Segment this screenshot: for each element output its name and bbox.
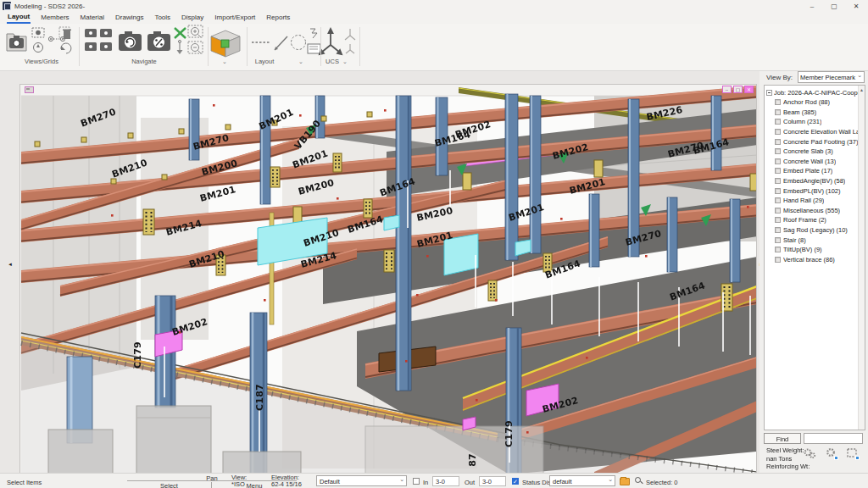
menu-item-display[interactable]: Display	[181, 13, 204, 23]
tree-root-job[interactable]: Job: 2026-AA-C-NIPAC-Cooperman-	[766, 87, 865, 97]
statusbar: Select Items Pan Select Menu View: *ISO …	[0, 473, 868, 488]
ucs-axes-icon[interactable]	[320, 29, 342, 54]
chevron-down-icon: ⌄	[399, 476, 404, 483]
bolt-tool-icon[interactable]	[310, 29, 317, 38]
tree-item-embedangle-bv-[interactable]: EmbedAngle(BV) (58)	[775, 176, 865, 186]
viewport-close-icon[interactable]: ✕	[744, 86, 754, 93]
collapse-left-icon[interactable]: ◄	[8, 262, 13, 267]
group-label-layout: Layout	[241, 58, 288, 65]
folder-icon[interactable]	[620, 478, 630, 485]
view-options-icon[interactable]	[32, 28, 44, 53]
tree-item-embed-plate[interactable]: Embed Plate (17)	[775, 166, 865, 176]
piecemark-tree[interactable]: Job: 2026-AA-C-NIPAC-Cooperman- Anchor R…	[764, 85, 865, 430]
status-display-checkbox[interactable]: ✓	[512, 478, 519, 485]
menu-item-tools[interactable]: Tools	[153, 13, 171, 23]
blue-badge	[834, 456, 838, 460]
viewport-window-icon[interactable]	[25, 86, 34, 93]
group-label-ucs: UCS	[320, 58, 344, 65]
zoom-out-icon[interactable]	[188, 42, 203, 53]
tree-item-anchor-rod[interactable]: Anchor Rod (88)	[775, 97, 865, 108]
elevation-dropdown-value: Default	[320, 478, 340, 485]
in-depth-field[interactable]: 3-0	[432, 476, 459, 486]
category-icon	[775, 148, 781, 154]
status-display-dropdown[interactable]: default ⌄	[549, 475, 615, 486]
close-button[interactable]: ✕	[851, 3, 861, 10]
minimize-button[interactable]: –	[807, 3, 817, 10]
model-3d-render[interactable]	[19, 84, 757, 474]
in-label: In	[423, 479, 428, 486]
perspective-camera-icon[interactable]	[147, 31, 170, 51]
model-viewport[interactable]: BM270BM210BM270BM200BM201BM214BM201VB190…	[19, 84, 757, 474]
elevation-indicator: Elevation: 62-4 15/16	[271, 474, 302, 488]
category-icon	[775, 208, 781, 214]
ucs-small-axes-icon[interactable]	[345, 29, 355, 53]
tree-item-concrete-elevation-wall-layout[interactable]: Concrete Elevation Wall Layout (8)	[775, 127, 865, 137]
selection-settings-icon[interactable]	[846, 447, 859, 459]
construction-circle-icon[interactable]	[292, 36, 306, 50]
view-cube-icon[interactable]	[211, 30, 240, 57]
tree-scrollbar[interactable]: ▲	[858, 86, 865, 430]
find-input[interactable]	[804, 433, 863, 444]
menu-item-drawings[interactable]: Drawings	[114, 13, 144, 23]
ucs-group-chevron-icon[interactable]: ⌄	[342, 58, 348, 65]
tree-item-hand-rail[interactable]: Hand Rail (29)	[775, 196, 865, 206]
tree-item-column[interactable]: Column (231)	[775, 117, 865, 127]
tree-item-concrete-slab[interactable]: Concrete Slab (3)	[775, 147, 865, 157]
view-by-dropdown[interactable]: Member Piecemark ⌄	[798, 71, 865, 83]
viewport-minimize-icon[interactable]: –	[722, 86, 732, 93]
menu-item-import-export[interactable]: Import/Export	[214, 13, 256, 23]
elevation-dropdown[interactable]: Default ⌄	[316, 475, 407, 486]
layout-group-chevron-icon[interactable]: ⌄	[298, 58, 303, 65]
tree-item-label: Concrete Slab (3)	[783, 147, 833, 155]
tree-item-roof-frame[interactable]: Roof Frame (2)	[775, 215, 865, 225]
weight-tool-icons	[804, 447, 859, 459]
tree-item-miscellaneous[interactable]: Miscellaneous (555)	[775, 206, 865, 216]
menubar: LayoutMembersMaterialDrawingsToolsDispla…	[0, 12, 868, 24]
window-title: Modeling - SDS2 2026-	[14, 3, 85, 10]
tree-collapse-icon[interactable]	[766, 90, 772, 96]
menu-item-layout[interactable]: Layout	[7, 12, 31, 24]
blue-badge	[855, 456, 860, 460]
category-icon	[775, 237, 781, 243]
zoom-search-icon[interactable]	[635, 477, 643, 485]
category-icon	[775, 129, 781, 135]
gear-settings-icon[interactable]	[825, 447, 837, 459]
tree-item-tiltup-bv-[interactable]: TiltUp(BV) (9)	[775, 245, 865, 255]
piecemark-sidebar: View By: Member Piecemark ⌄ Job: 2026-AA…	[760, 71, 868, 488]
tree-item-concrete-pad-footing[interactable]: Concrete Pad Footing (37)	[775, 136, 865, 147]
chevron-down-icon: ⌄	[608, 476, 613, 483]
camera-views-icons[interactable]	[85, 29, 112, 51]
scroll-up-icon[interactable]: ▲	[860, 87, 864, 92]
tree-item-stair[interactable]: Stair (8)	[775, 235, 865, 245]
maximize-button[interactable]: ▢	[829, 3, 839, 10]
find-button[interactable]: Find	[764, 433, 801, 444]
orbit-camera-icon[interactable]	[119, 31, 142, 51]
category-icon	[775, 188, 781, 194]
tree-item-concrete-wall[interactable]: Concrete Wall (13)	[775, 157, 865, 167]
tree-item-label: Miscellaneous (555)	[783, 207, 840, 214]
viewport-maximize-icon[interactable]: ▢	[733, 86, 743, 93]
select-items-label: Select Items	[7, 479, 42, 486]
new-view-icon[interactable]	[7, 34, 26, 51]
undo-icon[interactable]	[61, 43, 71, 53]
zoom-in-icon[interactable]	[188, 25, 203, 37]
menu-item-members[interactable]: Members	[40, 13, 70, 23]
plumb-icon[interactable]	[177, 41, 183, 55]
tree-item-embedpl-bv-[interactable]: EmbedPL(BV) (102)	[775, 186, 865, 196]
menu-item-reports[interactable]: Reports	[265, 13, 291, 23]
out-depth-field[interactable]: 3-0	[479, 476, 506, 486]
sketch-line-icon[interactable]	[275, 36, 287, 50]
tree-item-beam[interactable]: Beam (385)	[775, 108, 865, 118]
tree-item-sag-rod-legacy-[interactable]: Sag Rod (Legacy) (10)	[775, 225, 865, 236]
gears-icon[interactable]	[804, 447, 816, 459]
category-icon	[775, 257, 781, 263]
layout-sheet-icon[interactable]	[308, 44, 320, 53]
tree-item-vertical-brace[interactable]: Vertical brace (86)	[775, 255, 865, 265]
cube-group-chevron-icon[interactable]: ⌄	[222, 58, 227, 65]
menu-item-material[interactable]: Material	[80, 13, 105, 23]
in-checkbox[interactable]	[413, 478, 420, 485]
clear-target-icon[interactable]	[175, 28, 186, 38]
select-mode-label[interactable]: Select	[127, 482, 212, 488]
group-separator	[359, 27, 360, 66]
tree-item-label: EmbedPL(BV) (102)	[783, 187, 841, 195]
